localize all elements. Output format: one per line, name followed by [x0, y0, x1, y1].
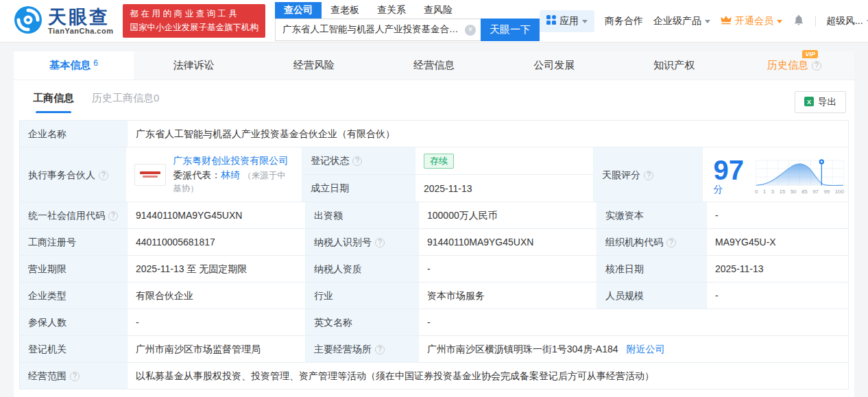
nav-open-vip[interactable]: 开通会员 — [721, 15, 782, 27]
score-number: 97 — [714, 155, 745, 185]
company-detail-card: 基本信息 6 法律诉讼 经营风险 经营信息 公司发展 知识产权 历史信息 VIP… — [14, 51, 854, 397]
partner-label-cell: 执行事务合伙人 — [20, 147, 126, 202]
help-icon[interactable] — [352, 156, 362, 166]
search-tab-risk[interactable]: 查风险 — [415, 2, 461, 19]
search-tab-relation[interactable]: 查关系 — [368, 2, 415, 19]
help-icon[interactable] — [70, 372, 80, 381]
header-nav: 应用 商务合作 企业级产品 开通会员 超级风... — [540, 10, 868, 32]
english-name-label: 英文名称 — [306, 309, 419, 335]
notification-bell-icon[interactable] — [793, 14, 805, 29]
promo-banner: 都在用的商业查询工具 国家中小企业发展子基金旗下机构 — [123, 4, 265, 38]
help-icon[interactable] — [644, 171, 653, 180]
search-tabs: 查公司 查老板 查关系 查风险 — [275, 1, 540, 19]
tab-basic-info-label: 基本信息 — [49, 59, 91, 72]
chevron-down-icon — [582, 20, 588, 23]
industry-value: 资本市场服务 — [419, 282, 597, 309]
search-input[interactable] — [275, 19, 481, 41]
business-scope-label-cell: 经营范围 — [20, 363, 128, 389]
industry-label: 行业 — [306, 282, 419, 309]
partner-mid-block: 登记状态 存续 成立日期 2025-11-13 — [302, 147, 594, 202]
approval-date-label: 核准日期 — [597, 256, 707, 282]
svg-text:X: X — [807, 98, 811, 105]
tab-operation-risk[interactable]: 经营风险 — [254, 51, 374, 80]
subtab-row: 工商信息 历史工商信息0 X 导出 — [14, 80, 854, 113]
nav-apps-label: 应用 — [559, 15, 579, 27]
help-icon[interactable] — [99, 171, 108, 180]
tab-operation-info[interactable]: 经营信息 — [374, 51, 494, 80]
nav-super-risk-label: 超级风... — [826, 15, 863, 27]
taxpayer-quality-label: 纳税人资质 — [306, 256, 419, 282]
apps-grid-icon — [546, 15, 556, 27]
business-place-label-cell: 主要经营场所 — [306, 336, 419, 362]
help-icon[interactable] — [375, 238, 385, 248]
top-header: 天眼查 TianYanCha.com 都在用的商业查询工具 国家中小企业发展子基… — [0, 0, 868, 43]
tab-intellectual-property[interactable]: 知识产权 — [614, 51, 734, 80]
export-button[interactable]: X 导出 — [795, 91, 846, 113]
tab-company-development[interactable]: 公司发展 — [494, 51, 614, 80]
search-tab-company[interactable]: 查公司 — [275, 2, 322, 19]
subtab-business-info[interactable]: 工商信息 — [33, 92, 74, 113]
contribution-value: 100000万人民币 — [419, 202, 597, 228]
tab-legal-litigation[interactable]: 法律诉讼 — [134, 51, 254, 80]
taxpayer-quality-value: - — [419, 256, 597, 282]
business-place-value-cell: 广州市南沙区横沥镇明珠一街1号304房-A184 附近公司 — [419, 336, 848, 362]
contribution-label: 出资额 — [306, 202, 419, 228]
establish-date-value: 2025-11-13 — [415, 175, 593, 202]
approval-date-value: 2025-11-13 — [707, 256, 848, 282]
rep-label: 委派代表： — [173, 169, 221, 180]
tab-history-info-label: 历史信息 — [767, 59, 808, 71]
org-code-label-cell: 组织机构代码 — [597, 229, 707, 255]
staff-size-value: - — [707, 282, 848, 309]
business-place-label: 主要经营场所 — [314, 344, 372, 354]
search-button[interactable]: 天眼一下 — [481, 19, 540, 41]
nearby-companies-link[interactable]: 附近公司 — [626, 344, 664, 354]
search-area: 查公司 查老板 查关系 查风险 天眼一下 — [275, 1, 540, 41]
taxpayer-id-label: 纳税人识别号 — [314, 237, 372, 248]
establish-date-label: 成立日期 — [302, 175, 415, 202]
credit-code-label-cell: 统一社会信用代码 — [20, 202, 128, 228]
excel-icon: X — [804, 97, 814, 108]
help-icon[interactable] — [108, 211, 118, 221]
chevron-down-icon — [705, 20, 710, 23]
main-tabbar: 基本信息 6 法律诉讼 经营风险 经营信息 公司发展 知识产权 历史信息 VIP — [14, 51, 854, 80]
partner-company-logo — [134, 164, 166, 186]
company-type-label: 企业类型 — [20, 282, 128, 309]
search-tab-boss[interactable]: 查老板 — [322, 2, 368, 19]
insured-count-label: 参保人数 — [20, 309, 128, 335]
promo-line2: 国家中小企业发展子基金旗下机构 — [130, 21, 258, 34]
help-icon[interactable] — [375, 345, 385, 354]
insured-count-value: - — [128, 309, 306, 335]
help-icon[interactable] — [812, 61, 821, 71]
tab-basic-info-count: 6 — [93, 58, 98, 68]
nav-open-vip-label: 开通会员 — [735, 15, 773, 27]
brand-domain: TianYanCha.com — [48, 27, 113, 35]
nav-divider — [815, 16, 816, 27]
help-icon[interactable] — [666, 238, 676, 248]
tianyancha-logo[interactable]: 天眼查 TianYanCha.com — [14, 5, 113, 37]
tab-history-info[interactable]: 历史信息 VIP — [734, 51, 854, 80]
reg-number-value: 440110005681817 — [128, 229, 306, 255]
nav-super-risk[interactable]: 超级风... — [826, 15, 868, 27]
partner-company-link[interactable]: 广东粤财创业投资有限公司 — [173, 155, 288, 166]
rep-name-link[interactable]: 林绮 — [221, 169, 240, 180]
table-row: 营业期限 2025-11-13 至 无固定期限 纳税人资质 - 核准日期 202… — [20, 256, 848, 282]
clear-search-icon[interactable] — [465, 25, 476, 36]
table-row: 经营范围 以私募基金从事股权投资、投资管理、资产管理等活动（须在中国证券投资基金… — [20, 363, 848, 389]
score-value-cell[interactable]: 97分 — [703, 147, 849, 202]
table-row: 工商注册号 440110005681817 纳税人识别号 91440110MA9… — [20, 229, 848, 256]
subtab-history-business-info[interactable]: 历史工商信息0 — [92, 92, 159, 113]
reg-number-label: 工商注册号 — [20, 229, 128, 255]
chevron-down-icon — [777, 20, 782, 23]
brand-name: 天眼查 — [48, 8, 113, 27]
credit-code-value: 91440110MA9YG45UXN — [128, 202, 306, 228]
tab-intellectual-property-label: 知识产权 — [653, 59, 695, 72]
nav-apps[interactable]: 应用 — [540, 10, 594, 32]
tab-operation-info-label: 经营信息 — [413, 59, 455, 72]
reg-status-label-cell: 登记状态 — [302, 147, 415, 174]
score-label: 天眼评分 — [602, 169, 640, 180]
tab-basic-info[interactable]: 基本信息 6 — [14, 51, 134, 80]
nav-enterprise-product[interactable]: 企业级产品 — [653, 15, 710, 27]
score-label-cell: 天眼评分 — [594, 147, 702, 202]
paid-capital-label: 实缴资本 — [597, 202, 707, 228]
nav-business-cooperation[interactable]: 商务合作 — [605, 15, 643, 27]
